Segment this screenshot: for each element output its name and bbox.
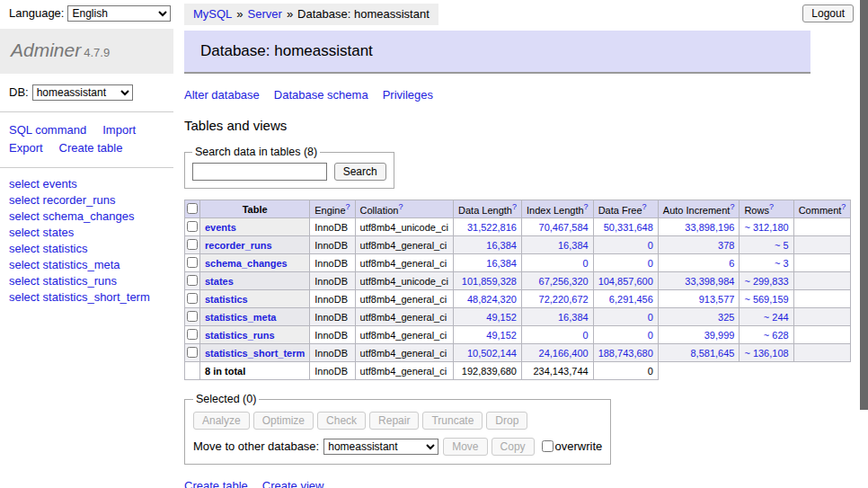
create-table-link[interactable]: Create table	[59, 141, 123, 155]
auto-increment-link[interactable]: 6	[729, 258, 734, 269]
rows-link[interactable]: ~ 3	[775, 258, 789, 269]
sidebar-select-link[interactable]: select recorder_runs	[9, 194, 164, 206]
export-link[interactable]: Export	[9, 141, 43, 155]
table-link[interactable]: states	[205, 276, 234, 287]
database-schema-link[interactable]: Database schema	[274, 88, 368, 102]
rows-link[interactable]: ~ 628	[764, 330, 789, 341]
row-checkbox[interactable]	[187, 311, 198, 322]
rows-link[interactable]: ~ 136,108	[744, 348, 788, 359]
column-help-link[interactable]: ?	[398, 202, 403, 211]
table-link[interactable]: statistics_runs	[205, 330, 275, 341]
row-checkbox[interactable]	[187, 293, 198, 304]
select-all-checkbox[interactable]	[187, 203, 198, 214]
overwrite-checkbox[interactable]	[542, 440, 554, 452]
data-length-link[interactable]: 10,502,144	[467, 348, 517, 359]
table-link[interactable]: statistics	[205, 294, 248, 305]
column-help-link[interactable]: ?	[730, 202, 734, 211]
db-select[interactable]: homeassistant	[32, 84, 133, 101]
data-free-link[interactable]: 0	[648, 312, 653, 323]
table-link[interactable]: statistics_meta	[205, 312, 277, 323]
column-help-link[interactable]: ?	[642, 202, 647, 211]
data-free-link[interactable]: 0	[648, 258, 653, 269]
sql-command-link[interactable]: SQL command	[9, 123, 86, 137]
auto-increment-link[interactable]: 33,898,196	[685, 222, 734, 233]
rows-link[interactable]: ~ 569,159	[744, 294, 788, 305]
row-checkbox[interactable]	[187, 239, 198, 250]
alter-database-link[interactable]: Alter database	[184, 88, 260, 102]
data-length-link[interactable]: 16,384	[486, 240, 517, 251]
data-length-link[interactable]: 48,824,320	[467, 294, 517, 305]
create-view-link[interactable]: Create view	[262, 479, 324, 488]
auto-increment-link[interactable]: 913,577	[699, 294, 735, 305]
column-help-link[interactable]: ?	[841, 202, 846, 211]
index-length-link[interactable]: 24,166,400	[539, 348, 589, 359]
column-help-link[interactable]: ?	[512, 202, 517, 211]
rows-link[interactable]: ~ 299,833	[744, 276, 788, 287]
search-input[interactable]	[192, 163, 327, 181]
index-length-link[interactable]: 0	[583, 258, 589, 269]
table-link[interactable]: schema_changes	[205, 258, 288, 269]
sidebar-select-link[interactable]: select statistics_meta	[9, 259, 164, 271]
table-link[interactable]: recorder_runs	[205, 240, 272, 251]
index-length-link[interactable]: 16,384	[558, 312, 589, 323]
rows-link[interactable]: ~ 312,180	[744, 222, 788, 233]
truncate-button[interactable]: Truncate	[422, 412, 483, 430]
data-length-link[interactable]: 16,384	[486, 258, 517, 269]
data-free-link[interactable]: 188,743,680	[598, 348, 653, 359]
row-checkbox[interactable]	[187, 221, 198, 232]
import-link[interactable]: Import	[102, 123, 136, 137]
breadcrumb-server-link[interactable]: Server	[248, 7, 282, 21]
language-select[interactable]: English	[67, 5, 171, 22]
move-button[interactable]: Move	[443, 438, 487, 456]
index-length-link[interactable]: 67,256,320	[539, 276, 589, 287]
auto-increment-link[interactable]: 8,581,645	[690, 348, 734, 359]
check-button[interactable]: Check	[317, 412, 366, 430]
data-free-link[interactable]: 0	[648, 330, 653, 341]
repair-button[interactable]: Repair	[369, 412, 419, 430]
privileges-link[interactable]: Privileges	[383, 88, 433, 102]
index-length-link[interactable]: 0	[583, 330, 589, 341]
column-help-link[interactable]: ?	[769, 202, 774, 211]
sidebar-select-link[interactable]: select statistics_runs	[9, 275, 164, 287]
breadcrumb-mysql-link[interactable]: MySQL	[193, 7, 232, 21]
data-length-link[interactable]: 49,152	[486, 330, 517, 341]
adminer-logo-link[interactable]: Adminer4.7.9	[11, 46, 110, 59]
rows-link[interactable]: ~ 244	[764, 312, 789, 323]
index-length-link[interactable]: 72,220,672	[539, 294, 589, 305]
data-length-link[interactable]: 31,522,816	[467, 222, 517, 233]
data-free-link[interactable]: 0	[648, 240, 653, 251]
drop-button[interactable]: Drop	[486, 412, 527, 430]
rows-link[interactable]: ~ 5	[775, 240, 789, 251]
analyze-button[interactable]: Analyze	[193, 412, 250, 430]
table-link[interactable]: events	[205, 222, 236, 233]
data-free-link[interactable]: 104,857,600	[598, 276, 653, 287]
data-free-link[interactable]: 6,291,456	[609, 294, 653, 305]
sidebar-select-link[interactable]: select statistics_short_term	[9, 291, 164, 303]
index-length-link[interactable]: 70,467,584	[539, 222, 589, 233]
sidebar-select-link[interactable]: select schema_changes	[9, 210, 164, 222]
data-length-link[interactable]: 49,152	[486, 312, 517, 323]
sidebar-select-link[interactable]: select statistics	[9, 243, 164, 254]
move-db-select[interactable]: homeassistant	[323, 439, 438, 455]
auto-increment-link[interactable]: 39,999	[704, 330, 735, 341]
search-button[interactable]: Search	[334, 163, 386, 181]
auto-increment-link[interactable]: 325	[718, 312, 734, 323]
copy-button[interactable]: Copy	[492, 438, 535, 456]
column-help-link[interactable]: ?	[346, 202, 350, 211]
logout-button[interactable]: Logout	[802, 4, 854, 22]
create-table-link-main[interactable]: Create table	[184, 479, 248, 488]
row-checkbox[interactable]	[187, 257, 198, 268]
sidebar-select-link[interactable]: select events	[9, 178, 164, 190]
row-checkbox[interactable]	[187, 275, 198, 286]
auto-increment-link[interactable]: 378	[718, 240, 734, 251]
scrollbar-thumb[interactable]	[860, 0, 868, 410]
scrollbar-track[interactable]	[860, 0, 868, 488]
row-checkbox[interactable]	[187, 329, 198, 340]
data-length-link[interactable]: 101,859,328	[462, 276, 517, 287]
auto-increment-link[interactable]: 33,398,984	[685, 276, 734, 287]
table-link[interactable]: statistics_short_term	[205, 348, 305, 359]
index-length-link[interactable]: 16,384	[558, 240, 589, 251]
column-help-link[interactable]: ?	[584, 202, 589, 211]
data-free-link[interactable]: 50,331,648	[604, 222, 653, 233]
sidebar-select-link[interactable]: select states	[9, 226, 164, 238]
